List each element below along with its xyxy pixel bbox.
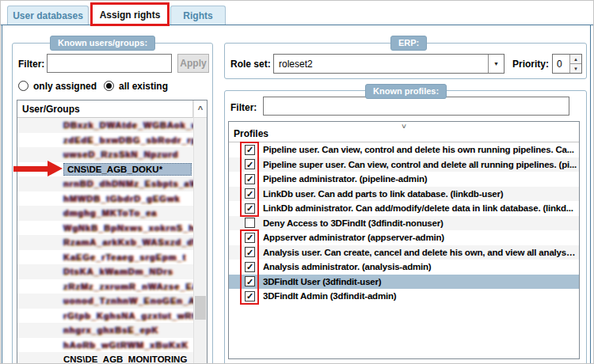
profile-row[interactable]: ✓Analysis user. Can create, cancel and d… <box>229 245 579 260</box>
role-set-value: roleset2 <box>274 59 488 70</box>
profile-row[interactable]: ✓Appserver administrator (appserver-admi… <box>229 230 579 245</box>
dropdown-arrow-icon[interactable]: ▼ <box>488 55 504 73</box>
user-group-row[interactable]: KaEGe_rTeaeg_srgEpm_t <box>17 250 193 265</box>
profile-label: Analysis user. Can create, cancel and de… <box>263 248 579 257</box>
user-group-row[interactable]: WgNkB_BpNxws_xokrnS_hAw <box>17 221 193 236</box>
checkbox-checked-icon[interactable]: ✓ <box>245 203 255 214</box>
radio-all-existing[interactable] <box>104 81 114 91</box>
radio-only-assigned[interactable] <box>18 81 29 91</box>
profile-row[interactable]: ✓3DFindIt User (3dfindit-user) <box>229 275 579 290</box>
checkbox-checked-icon[interactable]: ✓ <box>245 276 255 286</box>
erp-title: ERP: <box>390 36 427 51</box>
scroll-up-icon[interactable]: ^ <box>194 100 207 118</box>
profile-row[interactable]: ✓LinkDb administrator. Can add/modify/de… <box>229 201 579 216</box>
profile-row[interactable]: ✓Analysis administrator. (analysis-admin… <box>229 260 579 275</box>
profile-label: Pipeline super user. Can view, control a… <box>263 160 579 169</box>
profile-label: 3DFindIt Admin (3dfindit-admin) <box>263 291 579 301</box>
profile-label: Analysis administrator. (analysis-admin) <box>263 262 579 271</box>
profiles-filter-label: Filter: <box>230 102 257 113</box>
role-set-dropdown[interactable]: roleset2 ▼ <box>273 54 505 74</box>
profile-label: 3DFindIt User (3dfindit-user) <box>263 277 579 286</box>
tab-assign-rights[interactable]: Assign rights <box>92 3 168 25</box>
user-groups-list[interactable]: User/Groups DBxzk_DWAtde_WGBAok_utpWazdE… <box>17 100 208 364</box>
checkbox-checked-icon[interactable]: ✓ <box>245 262 255 272</box>
page-border-right <box>590 25 591 363</box>
checkbox-checked-icon[interactable]: ✓ <box>245 247 255 257</box>
profile-row[interactable]: ✓LinkDb user. Can add parts to link data… <box>229 187 579 202</box>
priority-value: 0 <box>553 55 569 73</box>
profile-row[interactable]: ✓Pipeline user. Can view, control and de… <box>229 142 579 157</box>
user-group-row[interactable]: DtsKA_kWamDm_NDrs <box>17 264 193 279</box>
redacted-user-label: RzamA_arkKxb_WASxzd_dWGos <box>63 237 193 247</box>
redacted-user-label: dmghg_MKToTo_ea <box>63 208 157 218</box>
priority-spinner[interactable]: 0 ▲ ▼ <box>552 54 582 74</box>
redacted-user-label: KaEGe_rTeaeg_srgEpm_t <box>63 252 186 262</box>
user-group-row[interactable]: nrnBD_dhDNMz_Esbpts_aW <box>17 176 193 191</box>
profiles-filter-input[interactable] <box>263 97 569 116</box>
tab-rights[interactable]: Rights <box>170 6 226 25</box>
user-group-row[interactable]: zRzMz_zxrumR_nWAzse_EAWszM <box>17 279 193 294</box>
profile-row[interactable]: Deny Access to 3DFindIt (3dfindit-nonuse… <box>229 216 579 231</box>
profile-label: Appserver administrator (appserver-admin… <box>263 233 579 242</box>
profiles-list[interactable]: Profiles ∨ ✓Pipeline user. Can view, con… <box>228 121 580 359</box>
user-group-row[interactable]: rGtpb_KghsNA_gzxtut_wRt <box>17 309 193 324</box>
user-group-row[interactable]: nhgrx_ghxBsE_epK <box>17 323 193 338</box>
redacted-user-label: rGtpb_KghsNA_gzxtut_wRt <box>63 311 193 320</box>
checkbox-checked-icon[interactable]: ✓ <box>245 174 255 184</box>
user-groups-rows: DBxzk_DWAtde_WGBAok_utpWazdEdE_bxwDBG_sb… <box>17 118 193 364</box>
user-group-row[interactable]: uonod_TznhnW_EnoGEn_AwkmA <box>17 294 193 309</box>
profiles-rows: ✓Pipeline user. Can view, control and de… <box>229 142 579 358</box>
profile-row[interactable]: ✓Pipeline administrator. (pipeline-admin… <box>229 172 579 187</box>
tab-user-databases[interactable]: User databases <box>7 6 89 25</box>
checkbox-unchecked-icon[interactable] <box>245 218 255 228</box>
users-filter-input[interactable] <box>47 54 172 73</box>
priority-label: Priority: <box>512 59 549 70</box>
apply-button[interactable]: Apply <box>177 54 209 73</box>
checkbox-checked-icon[interactable]: ✓ <box>245 145 255 155</box>
users-list-scrollbar[interactable]: ^ <box>193 100 207 364</box>
known-profiles-title: Known profiles: <box>365 84 447 99</box>
red-arrow-head-icon <box>48 161 63 176</box>
redacted-user-label: nrnBD_dhDNMz_Esbpts_aW <box>63 179 193 188</box>
user-group-row[interactable]: uwseD_RzsSkN_Npzurd <box>17 147 193 162</box>
profile-label: LinkDb administrator. Can add/modify/del… <box>263 203 579 213</box>
user-group-row[interactable]: dmghg_MKToTo_ea <box>17 206 193 221</box>
user-group-label: CNS\DE_AGB_DOKU* <box>63 163 192 176</box>
radio-only-assigned-label[interactable]: only assigned <box>33 81 97 92</box>
checkbox-checked-icon[interactable]: ✓ <box>245 159 255 169</box>
user-group-row[interactable]: hMWDB_tGbdrD_gEGwk <box>17 191 193 207</box>
redacted-user-label: uwseD_RzsSkN_Npzurd <box>63 150 179 159</box>
red-arrow-annotation <box>13 166 48 172</box>
redacted-user-label: WgNkB_BpNxws_xokrnS_hAw <box>63 223 193 233</box>
redacted-user-label: DtsKA_kWamDm_NDrs <box>63 267 173 276</box>
profile-row[interactable]: ✓Pipeline super user. Can view, control … <box>229 157 579 173</box>
chevron-down-icon: ∨ <box>401 123 407 131</box>
role-set-label: Role set: <box>230 59 271 70</box>
user-group-row[interactable]: DBxzk_DWAtde_WGBAok_utpWa <box>17 118 193 133</box>
user-group-row[interactable]: CNS\DE_AGB_MONITORING <box>17 352 193 364</box>
spin-up-icon[interactable]: ▲ <box>570 55 581 64</box>
checkbox-checked-icon[interactable]: ✓ <box>245 233 255 243</box>
profile-label: Deny Access to 3DFindIt (3dfindit-nonuse… <box>263 218 579 228</box>
profile-label: LinkDb user. Can add parts to link datab… <box>263 189 579 199</box>
spin-down-icon[interactable]: ▼ <box>570 64 581 73</box>
redacted-user-label: DBxzk_DWAtde_WGBAok_utpWa <box>63 120 193 130</box>
checkbox-checked-icon[interactable]: ✓ <box>245 188 255 199</box>
redacted-user-label: hMWDB_tGbdrD_gEGwk <box>63 194 181 203</box>
redacted-user-label: hAoRb_wGtRWM_xBuKxK <box>63 340 188 350</box>
user-group-row[interactable]: hAoRb_wGtRWM_xBuKxK <box>17 338 193 353</box>
user-group-row[interactable]: RzamA_arkKxb_WASxzd_dWGos <box>17 235 193 250</box>
redacted-user-label: zdEdE_bxwDBG_sbRodr_rpz <box>63 135 193 145</box>
checkbox-checked-icon[interactable]: ✓ <box>245 291 255 301</box>
user-group-row[interactable]: zdEdE_bxwDBG_sbRodr_rpz <box>17 133 193 148</box>
profiles-header-label: Profiles <box>234 128 268 139</box>
redacted-user-label: zRzMz_zxrumR_nWAzse_EAWszM <box>63 282 193 291</box>
profiles-column-header[interactable]: Profiles ∨ <box>229 122 579 142</box>
page-border-left <box>2 25 2 363</box>
known-users-groups-title: Known users/groups: <box>50 36 155 51</box>
tabstrip-divider <box>1 25 594 25</box>
radio-all-existing-label[interactable]: all existing <box>119 81 168 92</box>
profile-row[interactable]: ✓3DFindIt Admin (3dfindit-admin) <box>229 289 579 304</box>
user-groups-column-header[interactable]: User/Groups <box>17 100 193 118</box>
scrollbar-thumb[interactable] <box>195 296 206 320</box>
